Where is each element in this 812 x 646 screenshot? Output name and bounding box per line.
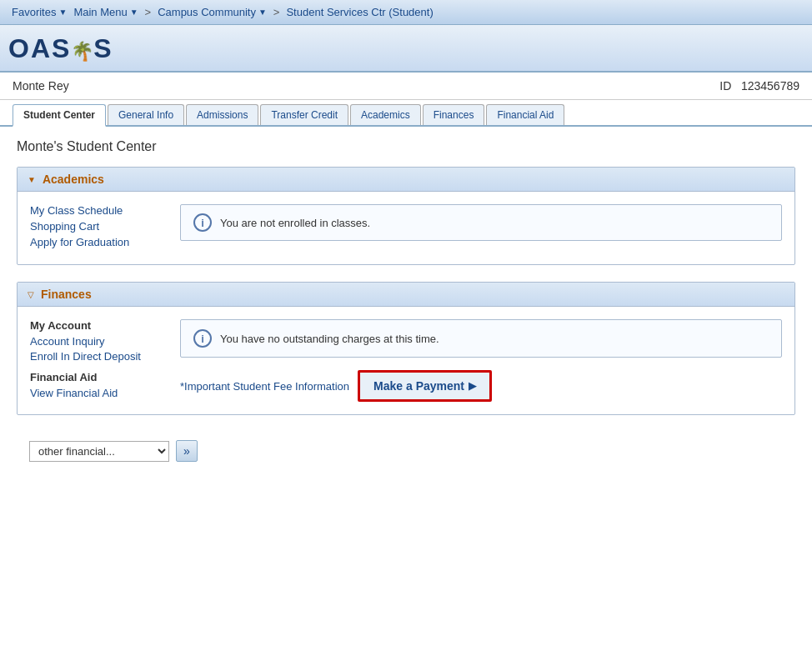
campus-community-label: Campus Community bbox=[158, 6, 256, 18]
tab-academics[interactable]: Academics bbox=[350, 104, 421, 125]
finances-right-panel: i You have no outstanding charges at thi… bbox=[180, 319, 782, 402]
play-icon: ▶ bbox=[469, 380, 476, 392]
finances-header: ▽ Finances bbox=[18, 283, 794, 307]
make-payment-label: Make a Payment bbox=[373, 379, 464, 393]
user-id-value: 123456789 bbox=[741, 79, 799, 93]
tab-transfer-credit[interactable]: Transfer Credit bbox=[260, 104, 348, 125]
finances-panel: ▽ Finances My Account Account Inquiry En… bbox=[17, 282, 795, 415]
user-info-bar: Monte Rey ID 123456789 bbox=[0, 73, 812, 100]
main-menu[interactable]: Main Menu ▼ bbox=[70, 4, 141, 20]
main-menu-label: Main Menu bbox=[73, 6, 127, 18]
student-services-link[interactable]: Student Services Ctr (Student) bbox=[283, 4, 436, 20]
other-financial-dropdown[interactable]: other financial... Account Summary Finan… bbox=[29, 441, 169, 462]
finances-body: My Account Account Inquiry Enroll In Dir… bbox=[18, 307, 794, 414]
favorites-label: Favorites bbox=[12, 6, 56, 18]
view-financial-aid-link[interactable]: View Financial Aid bbox=[30, 387, 163, 399]
account-inquiry-link[interactable]: Account Inquiry bbox=[30, 335, 163, 348]
academics-info-box: i You are not enrolled in classes. bbox=[180, 204, 782, 241]
apply-graduation-link[interactable]: Apply for Graduation bbox=[30, 236, 163, 248]
academics-body: My Class Schedule Shopping Cart Apply fo… bbox=[18, 192, 794, 264]
nav-separator-1: > bbox=[142, 6, 155, 18]
make-payment-button[interactable]: Make a Payment ▶ bbox=[358, 370, 492, 402]
finances-info-message: You have no outstanding charges at this … bbox=[220, 333, 439, 345]
favorites-menu[interactable]: Favorites ▼ bbox=[8, 4, 70, 20]
academics-title: Academics bbox=[43, 173, 104, 186]
finances-left-panel: My Account Account Inquiry Enroll In Dir… bbox=[30, 319, 163, 402]
finances-collapse-icon[interactable]: ▽ bbox=[28, 290, 34, 299]
go-icon: » bbox=[183, 444, 190, 458]
palm-tree-icon: 🌴 bbox=[71, 41, 93, 63]
main-menu-dropdown-icon: ▼ bbox=[130, 8, 138, 17]
finances-title: Finances bbox=[41, 288, 92, 301]
favorites-dropdown-icon: ▼ bbox=[58, 8, 67, 17]
payment-row: *Important Student Fee Information Make … bbox=[180, 370, 782, 402]
go-button[interactable]: » bbox=[176, 440, 198, 462]
important-fee-link[interactable]: *Important Student Fee Information bbox=[180, 380, 349, 393]
main-content: Monte's Student Center ▼ Academics My Cl… bbox=[0, 127, 812, 483]
academics-panel: ▼ Academics My Class Schedule Shopping C… bbox=[17, 167, 795, 265]
tab-financial-aid[interactable]: Financial Aid bbox=[486, 104, 564, 125]
financial-aid-label: Financial Aid bbox=[30, 371, 163, 383]
info-icon: i bbox=[193, 213, 212, 232]
oasis-logo: OAS 🌴 S bbox=[8, 33, 112, 64]
tab-bar: Student Center General Info Admissions T… bbox=[0, 100, 812, 127]
top-navigation: Favorites ▼ Main Menu ▼ > Campus Communi… bbox=[0, 0, 812, 25]
student-services-label: Student Services Ctr (Student) bbox=[286, 6, 433, 18]
header-logo-area: OAS 🌴 S bbox=[0, 25, 812, 73]
enroll-direct-deposit-link[interactable]: Enroll In Direct Deposit bbox=[30, 350, 163, 363]
nav-separator-2: > bbox=[270, 6, 283, 18]
tab-admissions[interactable]: Admissions bbox=[186, 104, 258, 125]
campus-community-menu[interactable]: Campus Community ▼ bbox=[154, 4, 270, 20]
finances-info-icon: i bbox=[193, 329, 212, 348]
page-title: Monte's Student Center bbox=[17, 139, 795, 154]
shopping-cart-link[interactable]: Shopping Cart bbox=[30, 220, 163, 233]
academics-links: My Class Schedule Shopping Cart Apply fo… bbox=[30, 204, 163, 252]
tab-student-center[interactable]: Student Center bbox=[13, 104, 106, 127]
my-account-label: My Account bbox=[30, 319, 163, 332]
user-name: Monte Rey bbox=[13, 79, 69, 93]
user-id: ID 123456789 bbox=[719, 79, 799, 93]
campus-community-dropdown-icon: ▼ bbox=[258, 8, 267, 17]
academics-info-message: You are not enrolled in classes. bbox=[220, 217, 370, 229]
academics-collapse-icon[interactable]: ▼ bbox=[28, 175, 36, 184]
academics-header: ▼ Academics bbox=[18, 168, 794, 192]
tab-general-info[interactable]: General Info bbox=[108, 104, 184, 125]
finances-info-box: i You have no outstanding charges at thi… bbox=[180, 319, 782, 358]
bottom-bar: other financial... Account Summary Finan… bbox=[17, 432, 795, 470]
tab-finances[interactable]: Finances bbox=[423, 104, 485, 125]
logo-text-s: S bbox=[93, 33, 111, 64]
logo-text-oas: OAS bbox=[8, 33, 71, 64]
my-class-schedule-link[interactable]: My Class Schedule bbox=[30, 204, 163, 217]
